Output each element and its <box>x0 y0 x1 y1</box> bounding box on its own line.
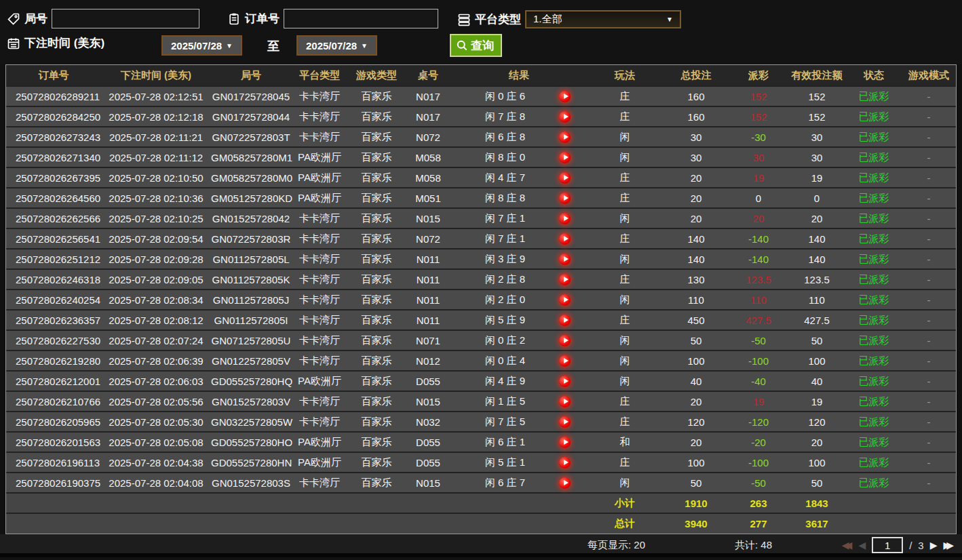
search-button[interactable]: 查询 <box>450 34 502 57</box>
replay-video-icon[interactable] <box>559 193 571 204</box>
next-page-icon[interactable]: ▶ <box>930 537 938 553</box>
cell-order-number: 250728026264560 <box>6 188 101 208</box>
result-text: 闲 0 庄 4 <box>451 355 559 367</box>
replay-video-icon[interactable] <box>559 172 571 184</box>
replay-video-icon[interactable] <box>559 396 571 407</box>
previous-page-icon[interactable]: ◀ <box>858 537 866 553</box>
cell-order-number: 250728026271340 <box>6 147 101 167</box>
cell-valid-bet: 30 <box>788 127 846 147</box>
cell-table-number: D055 <box>405 432 451 452</box>
cell-bet-time: 2025-07-28 02:07:24 <box>101 330 211 351</box>
cell-payout: -20 <box>729 432 788 452</box>
cell-round-number: GN0112572805I <box>211 310 291 330</box>
table-row: 250728026210766 2025-07-28 02:05:56 GN01… <box>6 391 956 412</box>
last-page-icon[interactable]: ▶▶ <box>943 537 954 553</box>
result-text: 闲 4 庄 7 <box>451 172 559 184</box>
replay-video-icon[interactable] <box>559 416 571 428</box>
date-from-picker[interactable]: 2025/07/28 ▼ <box>161 35 242 56</box>
total-pages-label: 3 <box>918 540 923 551</box>
first-page-icon[interactable]: ◀◀ <box>842 537 853 553</box>
filter-bar: 局号 订单号 平台类型 1.全部 ▼ <box>0 0 962 64</box>
status-badge: 已派彩 <box>846 147 902 167</box>
cell-play-type: 庄 <box>587 188 663 208</box>
cell-valid-bet: 100 <box>788 351 846 371</box>
platform-type-select[interactable]: 1.全部 ▼ <box>525 10 681 28</box>
cell-result: 闲 1 庄 5 <box>451 391 587 412</box>
status-badge: 已派彩 <box>846 310 902 330</box>
col-header-result: 结果 <box>451 65 587 86</box>
status-badge: 已派彩 <box>846 249 902 269</box>
cell-game-type: 百家乐 <box>348 330 405 351</box>
cell-round-number: GN0112572805L <box>211 249 291 269</box>
cell-result: 闲 8 庄 0 <box>451 147 587 167</box>
replay-video-icon[interactable] <box>559 111 571 123</box>
cell-payout: 20 <box>729 208 788 228</box>
cell-table-number: M051 <box>405 188 451 208</box>
replay-video-icon[interactable] <box>559 376 571 387</box>
cell-total-bet: 130 <box>663 269 729 289</box>
table-row: 250728026289211 2025-07-28 02:12:51 GN01… <box>6 86 956 106</box>
replay-video-icon[interactable] <box>559 254 571 265</box>
replay-video-icon[interactable] <box>559 274 571 285</box>
result-text: 闲 1 庄 5 <box>451 395 559 408</box>
replay-video-icon[interactable] <box>559 233 571 245</box>
replay-video-icon[interactable] <box>559 294 571 306</box>
status-badge: 已派彩 <box>846 228 902 249</box>
cell-total-bet: 100 <box>663 351 729 371</box>
cell-total-bet: 30 <box>663 147 729 167</box>
cell-payout: -120 <box>729 412 788 432</box>
cell-round-number: GM058257280M0 <box>211 167 291 188</box>
current-page-input[interactable] <box>872 537 903 553</box>
cell-total-bet: 20 <box>663 167 729 188</box>
cell-bet-time: 2025-07-28 02:08:34 <box>101 289 211 310</box>
order-number-input[interactable] <box>284 9 438 28</box>
replay-video-icon[interactable] <box>559 152 571 163</box>
result-text: 闲 7 庄 1 <box>451 212 559 225</box>
cell-valid-bet: 100 <box>788 452 846 473</box>
table-row: 250728026271340 2025-07-28 02:11:12 GM05… <box>6 147 956 167</box>
date-to-picker[interactable]: 2025/07/28 ▼ <box>296 35 377 56</box>
replay-video-icon[interactable] <box>559 355 571 367</box>
date-from-value: 2025/07/28 <box>171 40 222 52</box>
replay-video-icon[interactable] <box>559 437 571 448</box>
col-header-table-no: 桌号 <box>405 65 451 86</box>
cell-payout: 123.5 <box>729 269 788 289</box>
cell-play-type: 庄 <box>587 310 663 330</box>
date-range-to-label: 至 <box>267 38 280 54</box>
cell-valid-bet: 20 <box>788 208 846 228</box>
replay-video-icon[interactable] <box>559 315 571 326</box>
subtotal-bet: 1910 <box>663 493 729 513</box>
col-header-round: 局号 <box>211 65 291 86</box>
cell-result: 闲 7 庄 8 <box>451 106 587 127</box>
cell-round-number: GN0112572805J <box>211 289 291 310</box>
cell-total-bet: 40 <box>663 371 729 391</box>
cell-platform-type: PA欧洲厅 <box>291 167 348 188</box>
replay-video-icon[interactable] <box>559 477 571 489</box>
replay-video-icon[interactable] <box>559 335 571 346</box>
replay-video-icon[interactable] <box>559 132 571 143</box>
col-header-mode: 游戏模式 <box>902 65 956 86</box>
round-number-input[interactable] <box>52 9 199 28</box>
tag-icon <box>7 12 20 26</box>
subtotal-label: 小计 <box>587 493 663 513</box>
cell-table-number: M058 <box>405 167 451 188</box>
replay-video-icon[interactable] <box>559 457 571 468</box>
replay-video-icon[interactable] <box>559 91 571 102</box>
cell-order-number: 250728026246318 <box>6 269 101 289</box>
per-page-label: 每页显示: 20 <box>588 539 645 552</box>
subtotal-payout: 263 <box>729 493 788 513</box>
cell-valid-bet: 50 <box>788 473 846 493</box>
cell-game-mode: - <box>902 391 956 412</box>
cell-payout: 110 <box>729 289 788 310</box>
cell-game-mode: - <box>902 147 956 167</box>
status-badge: 已派彩 <box>846 330 902 351</box>
cell-round-number: GD055257280HN <box>211 452 291 473</box>
status-badge: 已派彩 <box>846 371 902 391</box>
cell-total-bet: 50 <box>663 473 729 493</box>
cell-table-number: N012 <box>405 351 451 371</box>
cell-valid-bet: 30 <box>788 147 846 167</box>
cell-payout: -140 <box>729 228 788 249</box>
cell-result: 闲 0 庄 4 <box>451 351 587 371</box>
cell-bet-time: 2025-07-28 02:04:08 <box>101 473 211 493</box>
replay-video-icon[interactable] <box>559 213 571 224</box>
